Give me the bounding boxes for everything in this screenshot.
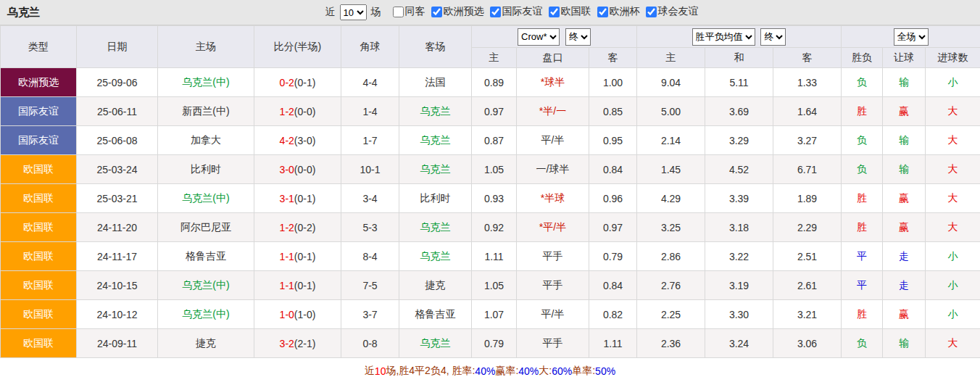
corner-score: 8-4 [341,242,399,271]
half-score: (3-0) [294,135,316,146]
filter-label: 欧洲预选 [444,5,484,18]
competition-filter[interactable]: 国际友谊 [490,5,543,18]
asia-home-odds: 1.05 [472,155,517,184]
filter-label: 欧国联 [561,5,591,18]
home-team: 乌克兰(中) [158,68,254,97]
asia-away-odds: 0.96 [589,184,637,213]
europe-draw-odds: 3.69 [705,97,773,126]
europe-odds-time-select[interactable]: 终 [760,28,786,46]
col-home: 主场 [158,26,254,68]
europe-draw-odds: 4.52 [705,155,773,184]
europe-draw-odds: 3.22 [705,242,773,271]
match-rows: 欧洲预选25-09-06乌克兰(中)0-2(0-1)4-4法国0.89*球半1.… [1,68,980,358]
half-score: (0-0) [294,106,316,117]
match-count-select[interactable]: 10 [340,4,367,20]
near-label: 近 [325,6,336,19]
result-goals: 小 [926,300,980,329]
away-team: 比利时 [399,184,472,213]
competition-filter[interactable]: 欧洲杯 [597,5,640,18]
summary-segment: 40% [475,365,495,377]
asia-handicap: *半球 [517,184,589,213]
full-score: 3-0 [280,164,294,175]
away-team: 乌克兰 [399,242,472,271]
full-score: 3-1 [280,193,294,204]
score: 3-1(0-1) [254,184,341,213]
score: 3-0(0-0) [254,155,341,184]
filter-checkbox[interactable] [597,7,608,17]
table-row: 欧国联24-10-15乌克兰(中)1-1(0-1)7-5捷克1.05平手0.84… [1,271,980,300]
odds-company-select[interactable]: Crow* [518,28,560,46]
match-date: 24-10-15 [77,271,158,300]
col-handicap-result: 让球 [883,48,926,68]
full-score: 0-2 [280,77,294,88]
col-type: 类型 [1,26,77,68]
result-handicap: 输 [883,68,926,97]
result-winloss: 胜 [842,213,883,242]
summary-segment: 10 [375,365,386,377]
competition-filter[interactable]: 球会友谊 [646,5,699,18]
result-winloss: 平 [842,271,883,300]
home-team: 捷克 [158,329,254,358]
asia-handicap: 一/球半 [517,155,589,184]
asia-handicap: 平手 [517,271,589,300]
result-handicap: 走 [883,271,926,300]
page-title: 乌克兰 [7,6,40,20]
filter-checkbox[interactable] [393,7,404,17]
col-date: 日期 [77,26,158,68]
result-handicap: 赢 [883,300,926,329]
europe-home-odds: 5.00 [637,97,705,126]
asia-away-odds: 1.00 [589,68,637,97]
full-score: 1-2 [280,106,294,117]
europe-home-odds: 4.29 [637,184,705,213]
table-row: 国际友谊25-06-11新西兰(中)1-2(0-0)1-4乌克兰0.97*半/一… [1,97,980,126]
competition-filter[interactable]: 欧洲预选 [431,5,484,18]
score: 1-1(0-1) [254,271,341,300]
table-row: 欧洲预选25-09-06乌克兰(中)0-2(0-1)4-4法国0.89*球半1.… [1,68,980,97]
asia-handicap: *半/一 [517,97,589,126]
away-team: 乌克兰 [399,97,472,126]
home-team: 乌克兰(中) [158,184,254,213]
europe-draw-odds: 3.29 [705,126,773,155]
summary-segment: 50% [595,365,615,377]
filter-checkbox[interactable] [549,7,560,17]
result-handicap: 输 [883,155,926,184]
away-team: 乌克兰 [399,155,472,184]
asia-home-odds: 0.87 [472,126,517,155]
col-eu-away: 客 [773,48,842,68]
europe-draw-odds: 3.30 [705,300,773,329]
filter-checkbox[interactable] [646,7,657,17]
full-score: 1-1 [280,280,294,291]
asia-handicap: 平/半 [517,300,589,329]
away-team: 法国 [399,68,472,97]
result-goals: 小 [926,68,980,97]
corner-score: 4-4 [341,68,399,97]
result-winloss: 负 [842,68,883,97]
col-goals: 进球数 [926,48,980,68]
asia-handicap: *球半 [517,68,589,97]
europe-odds-group-header: 胜平负均值 终 [637,26,842,48]
result-scope-select[interactable]: 全场 [894,28,929,46]
asia-home-odds: 1.11 [472,242,517,271]
home-team: 比利时 [158,155,254,184]
result-goals: 大 [926,213,980,242]
competition-filter[interactable]: 欧国联 [549,5,591,18]
filter-checkbox[interactable] [431,7,442,17]
asia-home-odds: 0.97 [472,97,517,126]
table-row: 欧国联24-11-17格鲁吉亚1-1(0-1)8-4乌克兰1.11平手0.792… [1,242,980,271]
competition-type: 国际友谊 [1,126,77,155]
home-team: 乌克兰(中) [158,300,254,329]
competition-filter[interactable]: 同客 [393,5,425,18]
asia-handicap: 平/半 [517,126,589,155]
result-handicap: 赢 [883,184,926,213]
asia-odds-time-select[interactable]: 终 [565,28,591,46]
result-handicap: 走 [883,242,926,271]
home-team: 新西兰(中) [158,97,254,126]
table-row: 国际友谊25-06-08加拿大4-2(3-0)1-7乌克兰0.87平/半0.95… [1,126,980,155]
result-handicap: 赢 [883,97,926,126]
filter-checkbox[interactable] [490,7,501,17]
europe-odds-type-select[interactable]: 胜平负均值 [692,28,755,46]
result-winloss: 负 [842,329,883,358]
result-handicap: 输 [883,329,926,358]
col-away: 客场 [399,26,472,68]
home-team: 乌克兰(中) [158,271,254,300]
